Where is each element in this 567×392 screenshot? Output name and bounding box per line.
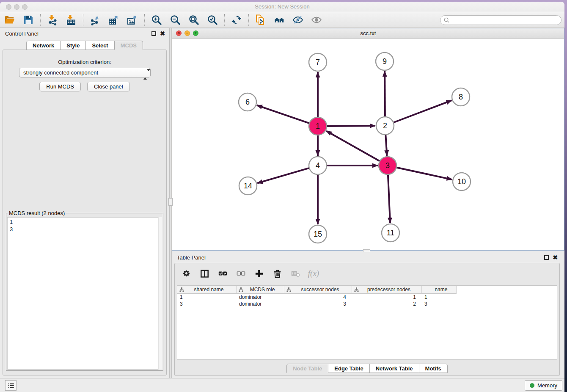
tab-edge-table[interactable]: Edge Table	[328, 364, 369, 373]
table-panel-float-icon[interactable]	[544, 255, 549, 260]
tab-mcds[interactable]: MCDS	[114, 41, 143, 50]
control-panel-float-icon[interactable]	[151, 31, 156, 36]
deselect-all-icon	[237, 269, 245, 278]
graph-edge-4-14[interactable]	[257, 168, 309, 183]
splitter-grabber-icon[interactable]	[168, 198, 173, 206]
column-header-name[interactable]: name	[422, 286, 457, 294]
table-row[interactable]: 3dominator323	[177, 301, 557, 307]
table-cell[interactable]: 1	[177, 294, 237, 301]
clone-network-button[interactable]	[253, 14, 268, 26]
zoom-selected-button[interactable]	[205, 14, 220, 26]
tab-network[interactable]: Network	[26, 41, 60, 50]
memory-button[interactable]: Memory	[525, 380, 562, 391]
optimization-criterion-label: Optimization criterion:	[3, 59, 166, 65]
column-header-successor-nodes[interactable]: successor nodes	[284, 286, 352, 294]
network-minimize-icon[interactable]: −	[184, 30, 190, 36]
hide-selected-button[interactable]	[291, 14, 305, 26]
graph-node-9[interactable]: 9	[376, 52, 394, 70]
table-cell[interactable]: dominator	[237, 294, 284, 301]
graph-node-14[interactable]: 14	[239, 177, 257, 195]
export-network-button[interactable]	[88, 14, 102, 26]
table-cell[interactable]: 1	[352, 294, 422, 301]
window-maximize-icon[interactable]	[22, 4, 28, 10]
select-all-button[interactable]	[217, 268, 228, 279]
table-cell[interactable]: 3	[422, 301, 457, 307]
graph-edge-2-3[interactable]	[385, 135, 387, 156]
apply-layout-button[interactable]	[229, 14, 244, 26]
table-cell[interactable]: 1	[422, 294, 457, 301]
run-mcds-button[interactable]: Run MCDS	[39, 82, 81, 91]
zoom-in-button[interactable]	[149, 14, 164, 26]
column-header-label: shared name	[177, 287, 236, 293]
table-cell[interactable]: dominator	[237, 301, 284, 307]
graph-node-6[interactable]: 6	[239, 93, 256, 111]
export-network-icon	[90, 14, 101, 25]
graph-node-15[interactable]: 15	[309, 225, 327, 243]
window-close-icon[interactable]	[6, 4, 11, 10]
table-cell[interactable]: 2	[352, 301, 422, 307]
import-network-button[interactable]	[45, 14, 60, 26]
splitter-grabber-icon[interactable]	[363, 249, 370, 252]
table-panel-body: f(x) shared nameMCDS rolesuccessor nodes…	[174, 263, 560, 376]
mcds-result-list[interactable]: 13	[7, 217, 162, 370]
column-header-mcds-role[interactable]: MCDS role	[237, 286, 284, 294]
graph-node-3[interactable]: 3	[379, 157, 396, 174]
graph-edge-3-10[interactable]	[396, 168, 452, 180]
zoom-fit-button[interactable]	[187, 14, 201, 26]
mcds-result-box: MCDS result (2 nodes) 13	[6, 210, 163, 371]
show-all-button[interactable]	[309, 14, 324, 26]
tab-network-table[interactable]: Network Table	[369, 364, 419, 373]
graph-node-2[interactable]: 2	[376, 117, 394, 135]
main-toolbar	[0, 12, 564, 28]
delete-column-icon	[273, 269, 282, 278]
column-header-predecessor-nodes[interactable]: predecessor nodes	[352, 286, 422, 294]
network-canvas[interactable]: 7968124314101511	[172, 39, 564, 250]
column-header-shared-name[interactable]: shared name	[177, 286, 237, 294]
export-image-button[interactable]	[125, 14, 140, 26]
table-panel-close-icon[interactable]: ✖	[553, 254, 558, 260]
task-history-button[interactable]	[5, 380, 17, 391]
network-close-icon[interactable]: ✕	[176, 30, 182, 36]
delete-column-button[interactable]	[272, 268, 283, 279]
graph-edge-3-11[interactable]	[388, 174, 390, 223]
close-panel-button[interactable]: Close panel	[87, 82, 130, 91]
network-maximize-icon[interactable]: +	[193, 30, 198, 36]
result-scrollbar[interactable]	[158, 217, 162, 370]
table-cell[interactable]: 3	[284, 301, 352, 307]
open-session-button[interactable]	[3, 14, 17, 26]
zoom-fit-icon	[188, 14, 199, 25]
deselect-all-button[interactable]	[235, 268, 246, 279]
graph-node-8[interactable]: 8	[452, 88, 470, 106]
import-table-button[interactable]	[64, 14, 78, 26]
tab-style[interactable]: Style	[60, 41, 85, 50]
tab-select[interactable]: Select	[85, 41, 114, 50]
search-input[interactable]	[440, 15, 561, 25]
home-button[interactable]	[272, 14, 286, 26]
graph-node-10[interactable]: 10	[453, 173, 471, 190]
window-minimize-icon[interactable]	[14, 4, 19, 10]
graph-edge-2-9[interactable]	[385, 71, 385, 117]
graph-node-4[interactable]: 4	[309, 157, 327, 174]
table-mode-button[interactable]	[181, 268, 192, 279]
table-cell[interactable]: 4	[284, 294, 352, 301]
criterion-select[interactable]: strongly connected component	[19, 68, 151, 77]
graph-edge-1-2[interactable]	[327, 126, 375, 126]
show-columns-button[interactable]	[199, 268, 210, 279]
save-session-button[interactable]	[21, 14, 36, 26]
graph-edge-3-1[interactable]	[326, 131, 380, 161]
function-builder-icon: f(x)	[308, 269, 319, 278]
graph-node-1[interactable]: 1	[309, 117, 327, 135]
table-cell[interactable]: 3	[177, 301, 237, 307]
zoom-out-button[interactable]	[168, 14, 182, 26]
graph-edge-1-6[interactable]	[257, 105, 309, 124]
new-column-button[interactable]	[253, 268, 264, 279]
table-row[interactable]: 1dominator411	[177, 294, 557, 301]
control-panel-close-icon[interactable]: ✖	[160, 30, 165, 36]
graph-node-11[interactable]: 11	[382, 224, 399, 242]
graph-node-7[interactable]: 7	[309, 53, 327, 71]
tab-motifs[interactable]: Motifs	[419, 364, 448, 373]
graph-edge-2-8[interactable]	[394, 100, 452, 122]
export-table-button[interactable]	[107, 14, 121, 26]
tab-node-table[interactable]: Node Table	[286, 364, 328, 373]
network-window-title: scc.txt	[172, 28, 564, 38]
